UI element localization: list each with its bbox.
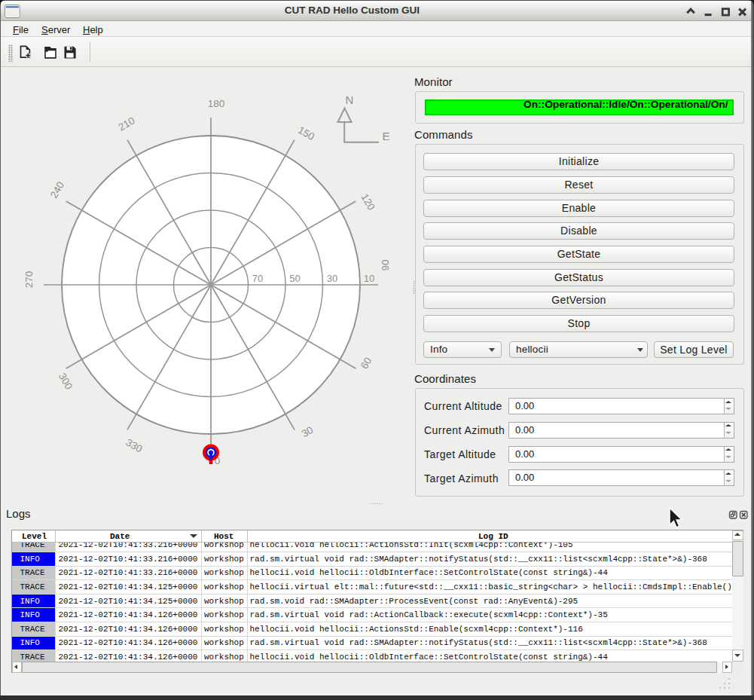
svg-text:30: 30: [327, 273, 337, 284]
svg-text:180: 180: [208, 98, 225, 109]
svg-text:50: 50: [289, 273, 300, 284]
svg-text:90: 90: [380, 259, 391, 271]
svg-text:270: 270: [23, 271, 35, 289]
svg-text:210: 210: [116, 115, 136, 133]
svg-text:330: 330: [124, 436, 144, 454]
svg-text:240: 240: [48, 179, 66, 200]
svg-text:30: 30: [300, 424, 316, 440]
svg-text:300: 300: [56, 371, 75, 391]
svg-text:10: 10: [364, 273, 374, 284]
svg-text:E: E: [382, 130, 389, 142]
svg-text:120: 120: [359, 191, 377, 212]
svg-text:70: 70: [252, 273, 263, 284]
svg-text:60: 60: [359, 356, 374, 371]
svg-text:150: 150: [296, 124, 316, 142]
svg-text:N: N: [346, 93, 354, 106]
